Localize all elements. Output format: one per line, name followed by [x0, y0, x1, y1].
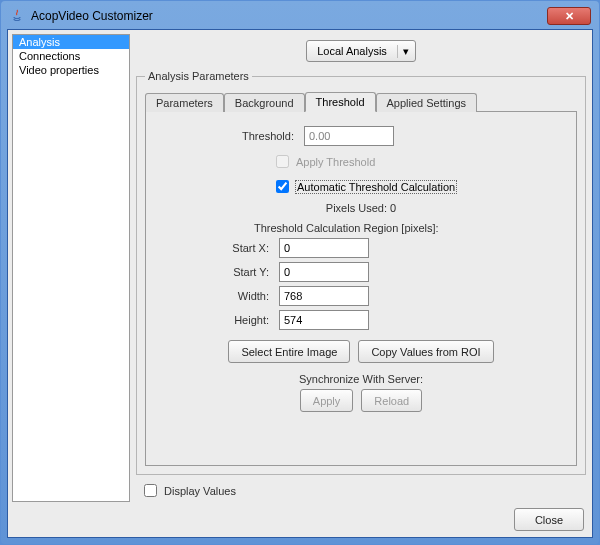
close-button[interactable]: Close — [514, 508, 584, 531]
select-entire-image-button[interactable]: Select Entire Image — [228, 340, 350, 363]
height-input[interactable] — [279, 310, 369, 330]
tab-label: Threshold — [316, 96, 365, 108]
auto-threshold-label: Automatic Threshold Calculation — [296, 181, 456, 193]
sidebar-item-label: Connections — [19, 50, 80, 62]
mode-row: Local Analysis ▾ — [134, 34, 588, 66]
width-label: Width: — [154, 290, 279, 302]
tab-label: Parameters — [156, 97, 213, 109]
analysis-parameters-group: Analysis Parameters Parameters Backgroun… — [136, 70, 586, 475]
start-x-input[interactable] — [279, 238, 369, 258]
apply-button[interactable]: Apply — [300, 389, 354, 412]
tab-background[interactable]: Background — [224, 93, 305, 112]
display-values-checkbox[interactable] — [144, 484, 157, 497]
sidebar-item-label: Video properties — [19, 64, 99, 76]
sync-buttons-row: Apply Reload — [154, 389, 568, 412]
tab-parameters[interactable]: Parameters — [145, 93, 224, 112]
sidebar: Analysis Connections Video properties — [12, 34, 130, 502]
tab-applied-settings[interactable]: Applied Settings — [376, 93, 478, 112]
height-label: Height: — [154, 314, 279, 326]
region-buttons-row: Select Entire Image Copy Values from ROI — [154, 340, 568, 363]
start-y-input[interactable] — [279, 262, 369, 282]
titlebar: AcopVideo Customizer ✕ — [7, 7, 593, 29]
sidebar-item-label: Analysis — [19, 36, 60, 48]
apply-threshold-label: Apply Threshold — [296, 156, 375, 168]
display-values-label: Display Values — [164, 485, 236, 497]
auto-threshold-checkbox[interactable] — [276, 180, 289, 193]
region-grid: Start X: Start Y: Width: — [154, 238, 568, 330]
tab-label: Applied Settings — [387, 97, 467, 109]
analysis-mode-dropdown[interactable]: Local Analysis ▾ — [306, 40, 416, 62]
tab-body-threshold: Threshold: Apply Threshold Automatic Thr… — [145, 112, 577, 466]
copy-values-from-roi-button[interactable]: Copy Values from ROI — [358, 340, 493, 363]
start-x-label: Start X: — [154, 242, 279, 254]
window-title: AcopVideo Customizer — [31, 9, 547, 23]
threshold-input[interactable] — [304, 126, 394, 146]
footer: Close — [12, 502, 588, 533]
apply-threshold-row: Apply Threshold — [272, 152, 568, 171]
window-close-button[interactable]: ✕ — [547, 7, 591, 25]
pixels-used-label: Pixels Used: 0 — [154, 202, 568, 214]
auto-threshold-row: Automatic Threshold Calculation — [272, 177, 568, 196]
display-values-row: Display Values — [134, 477, 588, 502]
main-row: Analysis Connections Video properties Lo… — [12, 34, 588, 502]
sync-title: Synchronize With Server: — [154, 373, 568, 385]
sidebar-item-connections[interactable]: Connections — [13, 49, 129, 63]
reload-button[interactable]: Reload — [361, 389, 422, 412]
threshold-label: Threshold: — [154, 130, 304, 142]
tabs-strip: Parameters Background Threshold Applied … — [145, 90, 577, 112]
threshold-row: Threshold: — [154, 126, 568, 146]
analysis-parameters-legend: Analysis Parameters — [145, 70, 252, 82]
width-input[interactable] — [279, 286, 369, 306]
window-frame: AcopVideo Customizer ✕ Analysis Connecti… — [1, 1, 599, 544]
tab-label: Background — [235, 97, 294, 109]
sidebar-item-video-properties[interactable]: Video properties — [13, 63, 129, 77]
sidebar-item-analysis[interactable]: Analysis — [13, 35, 129, 49]
chevron-down-icon: ▾ — [397, 45, 415, 58]
client-area: Analysis Connections Video properties Lo… — [7, 29, 593, 538]
region-title: Threshold Calculation Region [pixels]: — [254, 222, 568, 234]
close-icon: ✕ — [565, 10, 574, 23]
dropdown-label: Local Analysis — [307, 45, 397, 57]
start-y-label: Start Y: — [154, 266, 279, 278]
right-pane: Local Analysis ▾ Analysis Parameters Par… — [134, 34, 588, 502]
java-icon — [9, 8, 25, 24]
apply-threshold-checkbox[interactable] — [276, 155, 289, 168]
tab-threshold[interactable]: Threshold — [305, 92, 376, 112]
